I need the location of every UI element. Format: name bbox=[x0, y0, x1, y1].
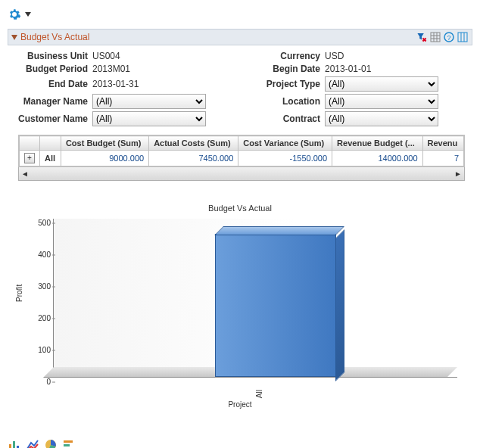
select-contract[interactable]: (All) bbox=[325, 111, 438, 126]
label-contract: Contract bbox=[240, 114, 325, 124]
filter-panel: Business Unit US004 Currency USD Budget … bbox=[8, 45, 472, 135]
ytick: 500 bbox=[28, 219, 51, 227]
line-chart-icon[interactable] bbox=[26, 438, 39, 448]
collapse-triangle-icon[interactable] bbox=[11, 35, 17, 40]
chart-xlabel: Project bbox=[8, 400, 472, 409]
chevron-down-icon[interactable] bbox=[25, 12, 31, 17]
cell-rowlabel: All bbox=[45, 154, 55, 163]
col-revenue[interactable]: Revenu bbox=[422, 136, 464, 151]
ytick: 300 bbox=[28, 282, 51, 291]
table-row: + All 9000.000 7450.000 -1550.000 14000.… bbox=[20, 151, 464, 166]
value-business-unit: US004 bbox=[92, 51, 120, 61]
label-business-unit: Business Unit bbox=[8, 51, 92, 61]
label-customer-name: Customer Name bbox=[8, 114, 92, 124]
chart: Budget Vs Actual Profit 0100200300400500… bbox=[8, 204, 472, 415]
select-project-type[interactable]: (All) bbox=[325, 76, 438, 92]
ytick: 100 bbox=[28, 346, 51, 354]
col-revenue-budget[interactable]: Revenue Budget (... bbox=[332, 136, 422, 151]
data-grid: Cost Budget (Sum) Actual Costs (Sum) Cos… bbox=[18, 135, 465, 167]
select-manager-name[interactable]: (All) bbox=[92, 94, 206, 109]
scroll-left-icon[interactable]: ◄ bbox=[19, 167, 31, 179]
horizontal-scrollbar[interactable]: ◄ ► bbox=[18, 167, 465, 181]
ytick: 400 bbox=[28, 250, 51, 259]
svg-rect-10 bbox=[9, 444, 11, 448]
label-currency: Currency bbox=[240, 51, 325, 61]
xtick: All bbox=[54, 390, 457, 400]
cell-revenue: 7 bbox=[422, 151, 464, 166]
ytick: 0 bbox=[28, 378, 51, 386]
col-cost-variance[interactable]: Cost Variance (Sum) bbox=[238, 136, 332, 151]
col-actual-costs[interactable]: Actual Costs (Sum) bbox=[149, 136, 238, 151]
label-end-date: End Date bbox=[8, 79, 92, 89]
label-begin-date: Begin Date bbox=[240, 64, 325, 74]
bar bbox=[215, 234, 336, 377]
ytick: 200 bbox=[28, 314, 51, 322]
value-currency: USD bbox=[325, 51, 344, 61]
columns-icon[interactable] bbox=[457, 31, 469, 43]
cell-revenue-budget: 14000.000 bbox=[332, 151, 422, 166]
label-project-type: Project Type bbox=[240, 79, 325, 89]
bar-chart-icon[interactable] bbox=[8, 438, 21, 448]
svg-rect-11 bbox=[13, 441, 15, 448]
svg-rect-14 bbox=[64, 440, 73, 443]
chart-title: Budget Vs Actual bbox=[8, 204, 472, 213]
col-rowlabel[interactable] bbox=[40, 136, 61, 151]
pie-chart-icon[interactable] bbox=[44, 438, 58, 448]
hbar-chart-icon[interactable] bbox=[62, 438, 76, 448]
value-begin-date: 2013-01-01 bbox=[325, 64, 371, 74]
table-header-row: Cost Budget (Sum) Actual Costs (Sum) Cos… bbox=[20, 136, 464, 151]
scroll-right-icon[interactable]: ► bbox=[452, 167, 464, 179]
svg-rect-15 bbox=[64, 444, 70, 446]
label-manager-name: Manager Name bbox=[8, 96, 92, 107]
label-location: Location bbox=[240, 96, 325, 107]
funnel-delete-icon[interactable] bbox=[416, 31, 428, 43]
help-icon[interactable]: ? bbox=[443, 31, 455, 43]
svg-rect-0 bbox=[431, 33, 440, 42]
cell-cost-budget: 9000.000 bbox=[61, 151, 148, 166]
section-title[interactable]: Budget Vs Actual bbox=[20, 32, 89, 42]
value-budget-period: 2013M01 bbox=[92, 64, 130, 74]
value-end-date: 2013-01-31 bbox=[92, 79, 139, 89]
svg-text:?: ? bbox=[447, 34, 450, 42]
col-cost-budget[interactable]: Cost Budget (Sum) bbox=[61, 136, 148, 151]
label-budget-period: Budget Period bbox=[8, 64, 92, 74]
select-location[interactable]: (All) bbox=[325, 94, 438, 109]
section-header: Budget Vs Actual ? bbox=[8, 29, 472, 45]
chart-ylabel: Profit bbox=[15, 285, 23, 302]
gear-icon[interactable] bbox=[8, 8, 21, 21]
cell-actual-costs: 7450.000 bbox=[149, 151, 238, 166]
grid-icon[interactable] bbox=[429, 31, 441, 43]
select-customer-name[interactable]: (All) bbox=[92, 111, 206, 126]
cell-cost-variance: -1550.000 bbox=[238, 151, 332, 166]
svg-rect-7 bbox=[458, 33, 467, 42]
expand-row-icon[interactable]: + bbox=[24, 153, 35, 163]
